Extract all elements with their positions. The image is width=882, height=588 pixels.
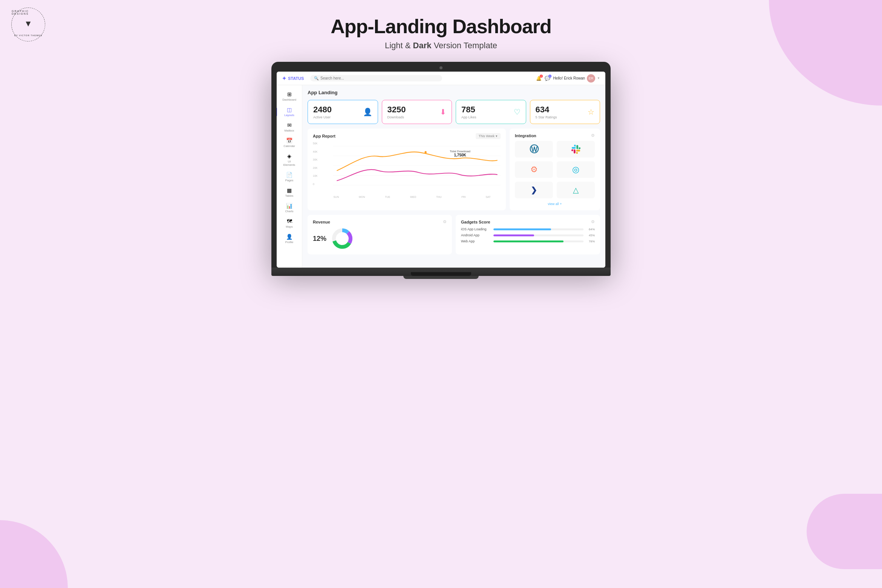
sidebar-label-calendar: Calendar <box>283 144 295 148</box>
report-filter-label: This Week <box>479 134 495 138</box>
wordpress-icon: Ⓦ <box>530 143 539 155</box>
sidebar-item-maps[interactable]: 🗺 Maps <box>279 216 300 231</box>
sidebar-item-profile[interactable]: 👤 Profile <box>279 231 300 246</box>
stat-label-likes: App Likes <box>461 115 476 119</box>
nav-right: 🔔 2 💬 3 Hello! Erick Rowan ER ▼ <box>536 74 600 83</box>
layouts-icon: ◫ <box>287 107 292 113</box>
stat-card-active-users: 2480 Active User 👤 <box>308 100 378 124</box>
search-icon: 🔍 <box>314 76 318 80</box>
stat-info-likes: 785 App Likes <box>461 105 476 119</box>
gadget-label-ios: iOS App Loading <box>461 227 491 231</box>
sidebar-label-tables: Tables <box>285 194 294 198</box>
sidebar-item-ui-elements[interactable]: ◈ UI Elements <box>279 151 300 169</box>
hubspot-icon: ⚙ <box>530 165 538 175</box>
page-title: App Landing <box>308 90 600 95</box>
stat-card-downloads: 3250 Downloads ⬇ <box>382 100 452 124</box>
sidebar-item-pages[interactable]: 📄 Pages <box>279 170 300 184</box>
chat-button[interactable]: 💬 3 <box>545 76 550 81</box>
custom2-icon: ❯ <box>531 185 537 194</box>
middle-row: App Report This Week ▾ 50K 40K <box>308 129 600 210</box>
laptop-base <box>271 268 611 276</box>
integration-gear-button[interactable]: ⚙ <box>591 133 595 138</box>
gadget-bar-fill-web <box>493 240 564 242</box>
stat-info-active-users: 2480 Active User <box>313 105 332 119</box>
revenue-card-header: Revenue ⚙ <box>313 219 447 224</box>
stat-number-downloads: 3250 <box>387 105 406 115</box>
notifications-button[interactable]: 🔔 2 <box>536 76 542 81</box>
nav-search-bar[interactable]: 🔍 <box>310 75 442 81</box>
laptop-outer: ✦ STATUS 🔍 🔔 2 💬 3 <box>271 62 611 268</box>
main-content: App Landing 2480 Active User 👤 <box>302 85 605 268</box>
laptop-stand <box>403 276 479 279</box>
bg-blob-bottom-left <box>0 520 68 588</box>
nav-brand: ✦ STATUS <box>282 75 306 81</box>
integration-card-title: Integration <box>515 133 536 138</box>
svg-point-5 <box>424 151 426 153</box>
revenue-percent: 12% <box>313 235 326 243</box>
chart-yaxis: 50K 40K 30K 20K 10K 0 <box>313 142 317 187</box>
gadget-item-web: Web App 78% <box>461 239 595 243</box>
gadgets-card: Gadgets Score ⚙ iOS App Loading 64% <box>456 215 600 254</box>
gadget-bar-fill-ios <box>493 228 551 230</box>
integration-item-custom3[interactable]: △ <box>557 182 595 198</box>
annotation-value: 1,750K <box>450 153 470 157</box>
stat-label-downloads: Downloads <box>387 115 406 119</box>
sidebar-item-tables[interactable]: ▦ Tables <box>279 185 300 200</box>
gadgets-card-header: Gadgets Score ⚙ <box>461 219 595 224</box>
custom3-icon: △ <box>573 185 579 194</box>
sidebar-item-layouts[interactable]: ◫ Layouts <box>279 104 300 119</box>
logo-text-bottom: BY VICTOR THEMES <box>14 34 43 37</box>
header-section: App-Landing Dashboard Light & Dark Versi… <box>331 15 551 51</box>
integration-card: Integration ⚙ Ⓦ <box>510 129 600 210</box>
sidebar-label-maps: Maps <box>286 225 292 228</box>
page-subtitle: Light & Dark Version Template <box>331 41 551 51</box>
sidebar-item-calendar[interactable]: 📅 Calendar <box>279 135 300 150</box>
gadget-pct-web: 78% <box>586 240 595 243</box>
gadgets-card-title: Gadgets Score <box>461 220 490 224</box>
sidebar-item-charts[interactable]: 📊 Charts <box>279 201 300 215</box>
sidebar-label-dashboard: Dashboard <box>282 98 296 101</box>
integration-item-custom2[interactable]: ❯ <box>515 182 553 198</box>
sidebar-label-charts: Charts <box>285 210 293 213</box>
report-card-title: App Report <box>313 134 335 138</box>
sidebar-label-layouts: Layouts <box>284 113 294 117</box>
gadget-bar-bg-android <box>493 234 583 236</box>
search-input[interactable] <box>320 76 438 80</box>
pages-icon: 📄 <box>286 172 292 178</box>
stat-number-ratings: 634 <box>536 105 557 115</box>
stat-info-downloads: 3250 Downloads <box>387 105 406 119</box>
revenue-gear-button[interactable]: ⚙ <box>443 219 447 224</box>
gadgets-gear-button[interactable]: ⚙ <box>591 219 595 224</box>
revenue-donut-chart <box>331 227 354 250</box>
sidebar: ⊞ Dashboard ◫ Layouts ✉ Mailbox 📅 Calend… <box>277 85 302 268</box>
likes-icon: ♡ <box>514 107 521 116</box>
sidebar-label-pages: Pages <box>285 179 293 182</box>
chart-area: 50K 40K 30K 20K 10K 0 <box>313 142 501 195</box>
report-card: App Report This Week ▾ 50K 40K <box>308 129 506 210</box>
integration-item-hubspot[interactable]: ⚙ <box>515 161 553 178</box>
bg-blob-bottom-right <box>807 494 882 569</box>
user-dropdown-icon[interactable]: ▼ <box>597 77 600 80</box>
gadget-label-android: Android App <box>461 233 491 237</box>
gadget-label-web: Web App <box>461 239 491 243</box>
nav-brand-text: STATUS <box>288 76 304 81</box>
charts-icon: 📊 <box>286 203 292 209</box>
user-greeting: Hello! Erick Rowan <box>553 76 585 80</box>
integration-item-wordpress[interactable]: Ⓦ <box>515 141 553 158</box>
nav-logo-star: ✦ <box>282 75 286 81</box>
sidebar-item-mailbox[interactable]: ✉ Mailbox <box>279 120 300 135</box>
sidebar-item-dashboard[interactable]: ⊞ Dashboard <box>279 89 300 104</box>
report-filter-button[interactable]: This Week ▾ <box>476 133 501 139</box>
gadget-bar-bg-ios <box>493 228 583 230</box>
top-nav: ✦ STATUS 🔍 🔔 2 💬 3 <box>277 72 605 85</box>
dashboard-icon: ⊞ <box>287 91 292 97</box>
view-all-button[interactable]: view all + <box>515 202 595 206</box>
brand-logo: GRAPHIC DESIGNS ▼ BY VICTOR THEMES <box>11 8 45 41</box>
calendar-icon: 📅 <box>286 138 292 144</box>
stat-card-likes: 785 App Likes ♡ <box>456 100 526 124</box>
logo-icon: ▼ <box>24 19 32 29</box>
integration-item-custom1[interactable]: ◎ <box>557 161 595 178</box>
integration-card-header: Integration ⚙ <box>515 133 595 138</box>
integration-item-slack[interactable] <box>557 141 595 158</box>
profile-icon: 👤 <box>286 234 292 240</box>
